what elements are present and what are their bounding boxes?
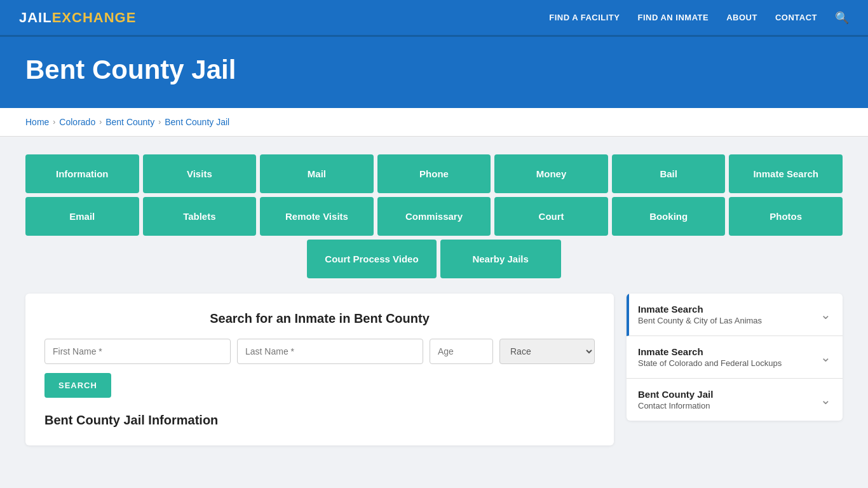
btn-money[interactable]: Money (494, 154, 608, 193)
content-row: Search for an Inmate in Bent County Race… (25, 294, 843, 445)
btn-photos[interactable]: Photos (729, 197, 843, 236)
btn-remote-visits[interactable]: Remote Visits (260, 197, 374, 236)
btn-booking[interactable]: Booking (612, 197, 726, 236)
breadcrumb-current: Bent County Jail (165, 117, 229, 127)
nav-contact[interactable]: CONTACT (775, 13, 817, 22)
breadcrumb-sep-1: › (53, 118, 55, 126)
btn-visits[interactable]: Visits (143, 154, 257, 193)
first-name-input[interactable] (44, 339, 231, 364)
btn-court-process-video[interactable]: Court Process Video (307, 240, 436, 278)
search-fields: Race White Black Hispanic Asian Other (44, 339, 595, 364)
btn-tablets[interactable]: Tablets (143, 197, 257, 236)
sidebar-item-subtitle-1: Bent County & City of Las Animas (638, 316, 762, 325)
btn-court[interactable]: Court (494, 197, 608, 236)
chevron-down-icon-3: ⌄ (820, 392, 831, 407)
sidebar-inmate-search-2[interactable]: Inmate Search State of Colorado and Fede… (627, 336, 843, 379)
nav-about[interactable]: ABOUT (726, 13, 757, 22)
right-panel: Inmate Search Bent County & City of Las … (627, 294, 843, 421)
left-panel: Search for an Inmate in Bent County Race… (25, 294, 614, 445)
search-title: Search for an Inmate in Bent County (44, 311, 595, 326)
btn-mail[interactable]: Mail (260, 154, 374, 193)
breadcrumb-bar: Home › Colorado › Bent County › Bent Cou… (0, 108, 868, 137)
breadcrumb-sep-3: › (158, 118, 161, 126)
race-select[interactable]: Race White Black Hispanic Asian Other (499, 339, 595, 364)
sidebar-item-subtitle-3: Contact Information (638, 401, 713, 410)
breadcrumb: Home › Colorado › Bent County › Bent Cou… (25, 117, 843, 127)
nav-find-facility[interactable]: FIND A FACILITY (549, 13, 620, 22)
btn-email[interactable]: Email (25, 197, 139, 236)
nav-find-inmate[interactable]: FIND AN INMATE (637, 13, 709, 22)
sidebar-item-title-3: Bent County Jail (638, 389, 713, 400)
breadcrumb-sep-2: › (99, 118, 102, 126)
main-content: Information Visits Mail Phone Money Bail… (0, 137, 868, 463)
breadcrumb-colorado[interactable]: Colorado (59, 117, 95, 127)
navbar: JAILEXCHANGE FIND A FACILITY FIND AN INM… (0, 0, 868, 37)
btn-phone[interactable]: Phone (377, 154, 491, 193)
chevron-down-icon-2: ⌄ (820, 349, 831, 365)
hero-title: Bent County Jail (25, 55, 843, 85)
nav-links: FIND A FACILITY FIND AN INMATE ABOUT CON… (549, 11, 849, 25)
btn-commissary[interactable]: Commissary (377, 197, 491, 236)
breadcrumb-bent-county[interactable]: Bent County (105, 117, 154, 127)
logo-exchange: EXCHANGE (52, 10, 137, 26)
btn-bail[interactable]: Bail (612, 154, 726, 193)
last-name-input[interactable] (237, 339, 423, 364)
search-icon[interactable]: 🔍 (835, 11, 849, 25)
button-grid-row3: Court Process Video Nearby Jails (25, 240, 843, 278)
sidebar-inmate-search-1[interactable]: Inmate Search Bent County & City of Las … (627, 294, 843, 336)
chevron-down-icon-1: ⌄ (820, 307, 831, 322)
search-button[interactable]: SEARCH (44, 373, 111, 398)
sidebar-item-subtitle-2: State of Colorado and Federal Lockups (638, 358, 782, 368)
btn-inmate-search[interactable]: Inmate Search (729, 154, 843, 193)
button-grid-row2: Email Tablets Remote Visits Commissary C… (25, 197, 843, 236)
sidebar-item-title-1: Inmate Search (638, 304, 762, 315)
logo-jail: JAIL (19, 10, 52, 26)
age-input[interactable] (430, 339, 493, 364)
btn-information[interactable]: Information (25, 154, 139, 193)
btn-nearby-jails[interactable]: Nearby Jails (440, 240, 561, 278)
breadcrumb-home[interactable]: Home (25, 117, 49, 127)
button-grid-row1: Information Visits Mail Phone Money Bail… (25, 154, 843, 193)
sidebar-contact-info[interactable]: Bent County Jail Contact Information ⌄ (627, 379, 843, 421)
logo[interactable]: JAILEXCHANGE (19, 10, 136, 26)
hero-section: Bent County Jail (0, 37, 868, 108)
sidebar-item-title-2: Inmate Search (638, 346, 782, 357)
section-below-title: Bent County Jail Information (44, 413, 595, 428)
